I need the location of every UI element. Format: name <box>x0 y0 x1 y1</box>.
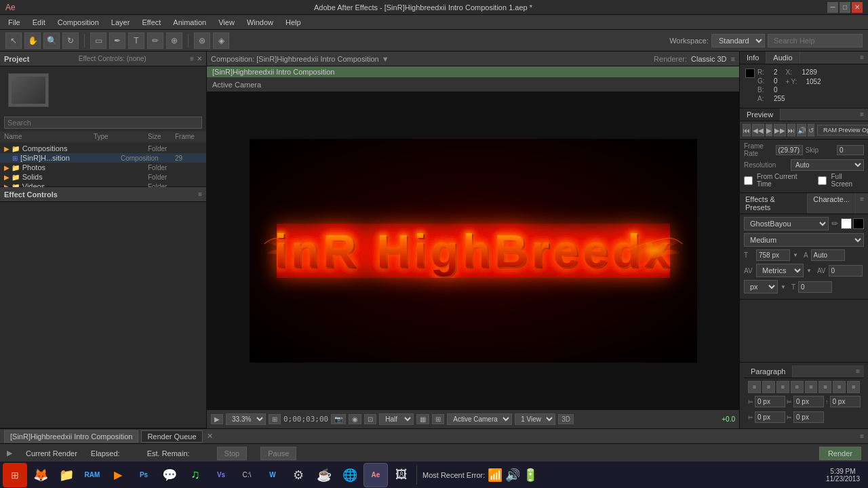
tab-effects-presets[interactable]: Effects & Presets <box>740 193 808 214</box>
font-size-input[interactable] <box>756 249 790 261</box>
ram-preview-dropdown[interactable]: RAM Preview Options <box>817 125 868 136</box>
project-search-input[interactable] <box>4 117 202 129</box>
paragraph-panel-menu[interactable]: ≡ <box>852 365 864 378</box>
from-current-checkbox[interactable] <box>744 176 753 185</box>
kerning-dropdown[interactable]: Metrics <box>756 264 804 277</box>
battery-icon[interactable]: 🔋 <box>523 468 538 483</box>
workspace-dropdown[interactable]: Standard <box>711 34 765 47</box>
play-stop-btn[interactable]: ▶ <box>766 124 772 136</box>
preview-tab[interactable]: Preview <box>740 108 781 121</box>
effects-panel-menu[interactable]: ≡ <box>856 193 868 214</box>
taskbar-clock[interactable]: 5:39 PM 11/23/2013 <box>821 468 865 483</box>
window-controls[interactable]: ─ □ ✕ <box>827 2 863 13</box>
search-help-input[interactable] <box>768 34 863 47</box>
tree-item-solids[interactable]: ▶ 📁 Solids Folder <box>0 172 206 182</box>
step-forward-btn[interactable]: ▶▶ <box>774 124 786 136</box>
leading-input[interactable] <box>811 249 845 261</box>
camera-dropdown[interactable]: Active Camera <box>447 413 512 425</box>
tool-selection[interactable]: ↖ <box>5 33 22 49</box>
menu-composition[interactable]: Composition <box>52 17 104 28</box>
app8-btn[interactable]: ☕ <box>312 463 336 487</box>
tool-shape[interactable]: ◈ <box>213 33 229 49</box>
framerate-input[interactable] <box>776 145 803 155</box>
ram-btn[interactable]: RAM <box>80 463 104 487</box>
transparency-btn[interactable]: ⊡ <box>364 414 376 424</box>
zoom-dropdown[interactable]: 33.3% 50% 100% <box>226 413 266 425</box>
rq-stop-button[interactable]: Stop <box>217 447 248 460</box>
align-right-btn[interactable]: ≡ <box>776 381 789 393</box>
vlc-btn[interactable]: ▶ <box>106 463 130 487</box>
justify-all-btn[interactable]: ≡ <box>833 381 846 393</box>
word-btn[interactable]: W <box>260 463 285 487</box>
resolution-dropdown[interactable]: Half Full Auto <box>379 413 414 425</box>
view-layout-dropdown[interactable]: 1 View <box>515 413 555 425</box>
tool-brush[interactable]: ✏ <box>147 33 163 49</box>
view-color-btn[interactable]: ◉ <box>349 414 361 424</box>
app10-btn[interactable]: 🖼 <box>389 463 414 487</box>
tool-rotate[interactable]: ↻ <box>62 33 79 49</box>
skip-to-end-btn[interactable]: ⏭ <box>787 124 795 136</box>
tool-rect[interactable]: ▭ <box>90 33 106 49</box>
tsz-input[interactable] <box>798 281 832 293</box>
firefox-btn[interactable]: 🦊 <box>28 463 53 487</box>
step-back-btn[interactable]: ◀◀ <box>752 124 764 136</box>
justify-full-btn[interactable]: ≡ <box>847 381 860 393</box>
font-style-dropdown[interactable]: Medium <box>744 233 864 247</box>
grid-btn[interactable]: ⊞ <box>432 414 444 424</box>
info-panel-menu[interactable]: ≡ <box>856 52 868 64</box>
app7-btn[interactable]: ⚙ <box>286 463 311 487</box>
tool-clone[interactable]: ⊕ <box>166 33 182 49</box>
comp-dropdown-arrow[interactable]: ▼ <box>382 55 389 63</box>
space-before-input[interactable] <box>755 411 785 423</box>
justify-center-btn[interactable]: ≡ <box>805 381 818 393</box>
indent-right-input[interactable] <box>793 396 824 407</box>
paragraph-tab[interactable]: Paragraph <box>744 365 793 378</box>
tool-zoom[interactable]: 🔍 <box>43 33 60 49</box>
start-button[interactable]: ⊞ <box>3 463 27 487</box>
units-dropdown-arrow[interactable]: ▼ <box>781 284 786 290</box>
tree-item-sinr[interactable]: ⊞ [SinR]H...sition Composition 29 <box>0 153 206 163</box>
black-color-sq[interactable] <box>853 218 864 229</box>
skip-to-start-btn[interactable]: ⏮ <box>743 124 751 136</box>
timeline-tab-render[interactable]: Render Queue <box>141 430 202 443</box>
tab-audio[interactable]: Audio <box>766 52 800 64</box>
indent-left-input[interactable] <box>755 396 785 407</box>
timeline-panel-menu[interactable]: ≡ <box>860 432 864 440</box>
font-size-dropdown[interactable]: ▼ <box>793 252 798 258</box>
font-name-dropdown[interactable]: GhostBayou <box>744 217 829 230</box>
justify-right-btn[interactable]: ≡ <box>818 381 831 393</box>
menu-effect[interactable]: Effect <box>136 17 166 28</box>
tool-pen[interactable]: ✒ <box>109 33 125 49</box>
network-icon[interactable]: 📶 <box>488 468 502 483</box>
photoshop-btn[interactable]: Ps <box>132 463 156 487</box>
explorer-btn[interactable]: 📁 <box>54 463 79 487</box>
menu-file[interactable]: File <box>3 17 26 28</box>
menu-edit[interactable]: Edit <box>27 17 51 28</box>
project-panel-menu[interactable]: ≡ <box>190 55 194 62</box>
space-after-input[interactable] <box>793 411 824 423</box>
tab-info[interactable]: Info <box>740 52 766 64</box>
menu-window[interactable]: Window <box>241 17 279 28</box>
indent-top-input[interactable] <box>830 396 861 407</box>
view-options-btn[interactable]: ⊞ <box>269 414 281 424</box>
tracking-input[interactable] <box>829 265 863 277</box>
composition-view[interactable]: SinR HighBreedxii <box>207 92 739 409</box>
volume-icon[interactable]: 🔊 <box>505 468 520 483</box>
full-screen-checkbox[interactable] <box>818 176 827 185</box>
comp-name-tab[interactable]: [SinR]Highbreedxii Intro Composition <box>207 66 739 77</box>
menu-animation[interactable]: Animation <box>167 17 212 28</box>
tree-item-photos[interactable]: ▶ 📁 Photos Folder <box>0 163 206 172</box>
app9-btn[interactable]: 🌐 <box>338 463 362 487</box>
tool-text[interactable]: T <box>128 33 144 49</box>
tab-character[interactable]: Characte... <box>808 193 856 214</box>
cmd-btn[interactable]: C:\ <box>235 463 259 487</box>
rq-expand-btn[interactable]: ▶ <box>7 449 12 458</box>
menu-view[interactable]: View <box>213 17 240 28</box>
justify-left-btn[interactable]: ≡ <box>791 381 804 393</box>
effect-controls-menu[interactable]: ≡ <box>198 190 202 198</box>
skip-input[interactable] <box>837 145 864 155</box>
units-dropdown[interactable]: px <box>744 280 778 293</box>
white-color-sq[interactable] <box>841 218 852 229</box>
render-button[interactable]: Render <box>819 447 861 460</box>
tool-hand[interactable]: ✋ <box>24 33 41 49</box>
